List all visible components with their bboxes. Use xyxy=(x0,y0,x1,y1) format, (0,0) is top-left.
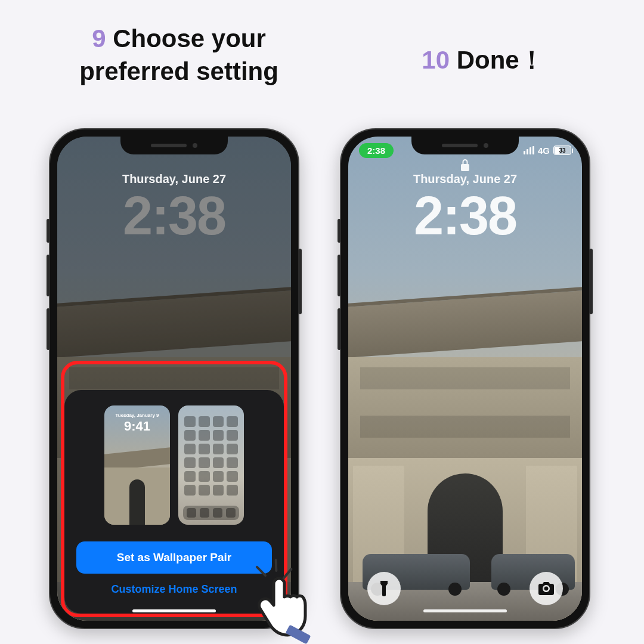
phone-screen-right: 2:38 4G 33 Thursday, June 27 2:38 xyxy=(348,137,582,621)
flashlight-button[interactable] xyxy=(367,572,401,605)
step-9-title: 9 Choose your preferred setting xyxy=(48,23,310,88)
phone-screen-left: Thursday, June 27 2:38 Tuesday, January … xyxy=(57,137,291,621)
preview-lock-date: Tuesday, January 9 xyxy=(104,413,170,418)
flashlight-icon xyxy=(377,581,391,596)
camera-button[interactable] xyxy=(530,572,563,605)
step-10-number: 10 xyxy=(422,46,450,74)
step-9-text-1: Choose your xyxy=(113,24,266,52)
home-indicator[interactable] xyxy=(132,609,216,612)
step-9-number: 9 xyxy=(92,24,106,52)
customize-home-screen-link[interactable]: Customize Home Screen xyxy=(76,583,272,596)
network-label: 4G xyxy=(538,145,550,156)
battery-icon: 33 xyxy=(553,145,571,155)
wallpaper-previews: Tuesday, January 9 9:41 xyxy=(76,405,272,525)
notch xyxy=(411,137,519,154)
preview-homescreen[interactable] xyxy=(178,405,244,525)
set-wallpaper-pair-button[interactable]: Set as Wallpaper Pair xyxy=(76,541,272,574)
home-indicator[interactable] xyxy=(423,609,507,612)
phone-step-9: Thursday, June 27 2:38 Tuesday, January … xyxy=(49,128,299,629)
status-time-pill[interactable]: 2:38 xyxy=(359,143,394,158)
step-10-text: Done！ xyxy=(457,46,544,74)
battery-pct: 33 xyxy=(559,147,565,154)
phone-step-10: 2:38 4G 33 Thursday, June 27 2:38 xyxy=(340,128,590,629)
preview-lock-time: 9:41 xyxy=(104,419,170,434)
signal-bars-icon xyxy=(524,146,534,154)
lockscreen-date: Thursday, June 27 xyxy=(348,172,582,186)
preview-lockscreen[interactable]: Tuesday, January 9 9:41 xyxy=(104,405,170,525)
preview-home-dock xyxy=(183,506,239,520)
notch xyxy=(120,137,228,154)
lockscreen-time: 2:38 xyxy=(348,185,582,247)
lockscreen-date: Thursday, June 27 xyxy=(57,172,291,186)
lock-icon xyxy=(460,159,470,171)
preview-home-appgrid xyxy=(184,416,238,501)
wallpaper-sheet: Tuesday, January 9 9:41 xyxy=(64,390,284,614)
step-9-text-2: preferred setting xyxy=(79,57,278,85)
camera-icon xyxy=(538,582,554,595)
cursor-hand-icon xyxy=(256,572,328,644)
wallpaper-monument xyxy=(348,233,582,621)
step-10-title: 10 Done！ xyxy=(358,44,608,77)
